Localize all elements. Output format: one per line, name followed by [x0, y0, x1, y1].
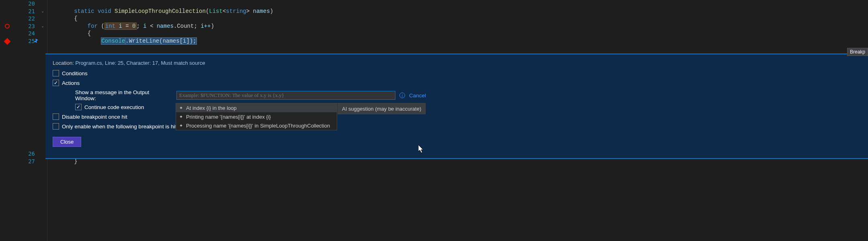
- chevron-down-icon[interactable]: ⌄: [38, 23, 47, 30]
- checkbox-unchecked-icon[interactable]: [53, 113, 59, 120]
- checkbox-unchecked-icon[interactable]: [53, 123, 59, 130]
- ai-suggestion-hint: AI suggestion (may be inaccurate): [338, 103, 426, 114]
- close-button[interactable]: Close: [53, 137, 81, 147]
- line-number: 20: [18, 0, 35, 8]
- line-number-gutter: 20 21 22 23 24 25 26 27: [18, 0, 38, 241]
- line-number: 25: [18, 37, 35, 45]
- actions-checkbox-row[interactable]: Actions: [53, 80, 861, 86]
- line-number: 23: [18, 23, 35, 30]
- sparkle-icon: ✦: [179, 123, 183, 128]
- info-icon[interactable]: i: [399, 93, 405, 98]
- disable-once-hit-checkbox-row[interactable]: Disable breakpoint once hit: [53, 113, 861, 120]
- only-enable-checkbox-row[interactable]: Only enable when the following breakpoin…: [53, 123, 861, 130]
- breakpoint-tooltip: Breakp: [847, 48, 868, 56]
- breakpoint-hollow-icon[interactable]: [5, 24, 10, 29]
- breakpoint-settings-panel: Location: Program.cs, Line: 25, Characte…: [45, 54, 868, 159]
- breakpoint-filled-icon[interactable]: [4, 38, 11, 45]
- line-number: 22: [18, 15, 35, 23]
- sparkle-icon: ✦: [179, 105, 183, 111]
- line-number: 24: [18, 30, 35, 37]
- suggestion-item[interactable]: ✦ At index {i} in the loop: [176, 103, 337, 112]
- disable-once-hit-label: Disable breakpoint once hit: [62, 114, 127, 120]
- output-message-label: Show a message in the Output Window:: [75, 89, 171, 101]
- only-enable-label: Only enable when the following breakpoin…: [62, 124, 178, 130]
- lightbulb-icon[interactable]: [33, 38, 39, 45]
- suggestion-item[interactable]: ✦ Processing name '{names[i]}' in Simple…: [176, 121, 337, 130]
- conditions-label: Conditions: [62, 70, 88, 76]
- checkbox-unchecked-icon[interactable]: [53, 70, 59, 76]
- sparkle-icon: ✦: [179, 114, 183, 119]
- chevron-down-icon[interactable]: ⌄: [38, 8, 47, 15]
- line-number: 27: [18, 158, 35, 165]
- suggestion-dropdown[interactable]: ✦ At index {i} in the loop ✦ Printing na…: [176, 103, 337, 130]
- cancel-link[interactable]: Cancel: [409, 93, 426, 99]
- line-number: 26: [18, 150, 35, 158]
- suggestion-item[interactable]: ✦ Printing name '{names[i]}' at index {i…: [176, 112, 337, 121]
- output-message-input[interactable]: [176, 91, 395, 100]
- checkbox-checked-icon[interactable]: [75, 104, 82, 110]
- actions-label: Actions: [62, 80, 80, 86]
- line-number: 21: [18, 8, 35, 15]
- conditions-checkbox-row[interactable]: Conditions: [53, 70, 861, 76]
- checkbox-checked-icon[interactable]: [53, 80, 59, 86]
- continue-execution-label: Continue code execution: [84, 104, 144, 110]
- breakpoint-margin[interactable]: [0, 0, 18, 241]
- breakpoint-location: Location: Program.cs, Line: 25, Characte…: [53, 60, 861, 66]
